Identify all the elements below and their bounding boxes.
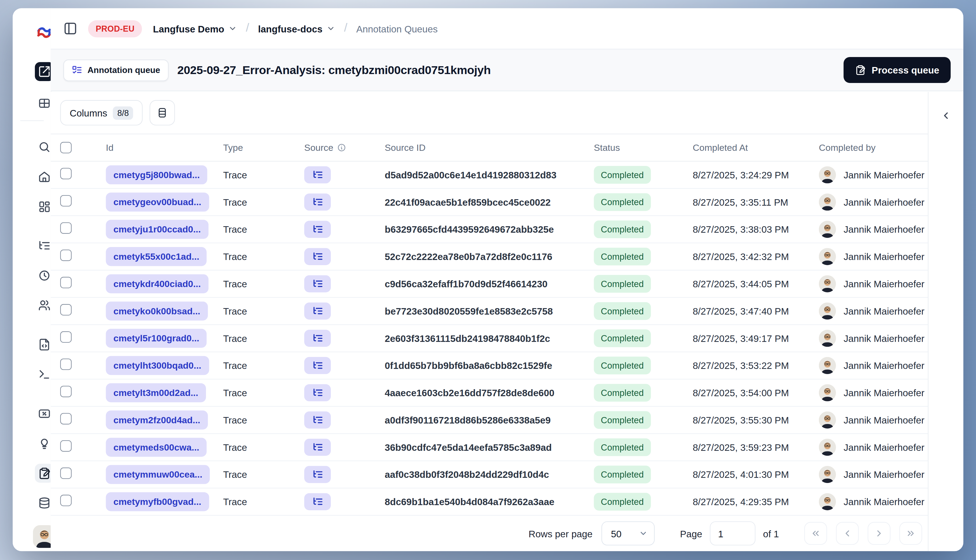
- table-row[interactable]: cmetyk55x00c1ad... Trace 52c72c2222ea78e…: [51, 243, 929, 270]
- source-trace-chip[interactable]: [304, 221, 330, 238]
- table-row[interactable]: cmetylt3m00d2ad... Trace 4aaece1603cb2e1…: [51, 380, 929, 407]
- source-trace-chip[interactable]: [304, 357, 330, 374]
- clock-icon: [38, 269, 51, 282]
- source-trace-chip[interactable]: [304, 493, 330, 510]
- list-tree-icon: [312, 442, 323, 453]
- row-checkbox[interactable]: [60, 250, 72, 263]
- next-page-button[interactable]: [868, 522, 890, 545]
- project-name: langfuse-docs: [258, 23, 322, 34]
- item-id-badge[interactable]: cmetyju1r00ccad0...: [106, 220, 208, 238]
- item-id-badge[interactable]: cmetyl5r100grad0...: [106, 328, 207, 348]
- breadcrumb-project[interactable]: langfuse-docs: [258, 23, 335, 34]
- status-badge: Completed: [594, 493, 651, 511]
- source-trace-chip[interactable]: [304, 302, 330, 320]
- chevrons-right-icon: [906, 528, 916, 538]
- columns-button[interactable]: Columns 8/8: [60, 100, 143, 125]
- queue-type-badge: Annotation queue: [63, 59, 169, 81]
- completed-at: 8/27/2025, 3:54:00 PM: [692, 387, 789, 398]
- main-area: PROD-EU Langfuse Demo / langfuse-docs / …: [51, 8, 964, 551]
- column-header-status: Status: [594, 142, 620, 153]
- select-all-checkbox[interactable]: [60, 142, 72, 153]
- desktop-background: PROD-EU Langfuse Demo / langfuse-docs / …: [0, 0, 976, 560]
- source-trace-chip[interactable]: [304, 166, 330, 183]
- table-row[interactable]: cmetyl5r100grad0... Trace 2e603f31361115…: [51, 325, 929, 352]
- chevron-left-icon: [842, 528, 853, 538]
- item-id-badge[interactable]: cmetymyfb00gvad...: [106, 492, 209, 511]
- table-row[interactable]: cmetymyfb00gvad... Trace 8dc69b1ba1e540b…: [51, 488, 929, 516]
- completed-by-name: Jannik Maierhoefer: [844, 469, 924, 480]
- item-id-badge[interactable]: cmetygeov00buad...: [106, 193, 209, 212]
- item-id-badge[interactable]: cmetykdr400ciad0...: [106, 274, 208, 293]
- table-body: cmetyg5j800bwad... Trace d5ad9d52a00c6e1…: [51, 162, 929, 516]
- row-checkbox[interactable]: [60, 277, 72, 291]
- breadcrumb-org[interactable]: Langfuse Demo: [153, 23, 237, 34]
- item-id-badge[interactable]: cmetyko0k00bsad...: [106, 302, 208, 320]
- row-checkbox[interactable]: [60, 468, 72, 482]
- previous-page-button[interactable]: [836, 522, 859, 545]
- item-id-badge[interactable]: cmetymmuw00cea...: [106, 465, 210, 484]
- item-type: Trace: [223, 415, 247, 425]
- row-checkbox[interactable]: [60, 386, 72, 400]
- status-badge: Completed: [594, 302, 651, 320]
- status-badge: Completed: [594, 166, 651, 184]
- panel-left-icon[interactable]: [63, 22, 77, 36]
- table-row[interactable]: cmetygeov00buad... Trace 22c41f09acae5b1…: [51, 188, 929, 216]
- home-icon: [38, 170, 51, 183]
- page-number-input[interactable]: 1: [710, 522, 756, 545]
- source-trace-chip[interactable]: [304, 193, 330, 210]
- source-trace-chip[interactable]: [304, 330, 330, 347]
- last-page-button[interactable]: [899, 522, 922, 545]
- source-trace-chip[interactable]: [304, 412, 330, 428]
- row-checkbox[interactable]: [60, 304, 72, 318]
- item-id-badge[interactable]: cmetylht300bqad0...: [106, 356, 209, 375]
- chevron-down-icon: [228, 24, 237, 33]
- item-id-badge[interactable]: cmetym2fz00d4ad...: [106, 410, 208, 430]
- process-queue-button[interactable]: Process queue: [844, 57, 951, 83]
- source-trace-chip[interactable]: [304, 438, 330, 456]
- content: Columns 8/8 Id Type Source: [51, 92, 964, 551]
- completed-by-name: Jannik Maierhoefer: [844, 333, 924, 344]
- row-checkbox[interactable]: [60, 222, 72, 237]
- row-checkbox[interactable]: [60, 195, 72, 209]
- source-trace-chip[interactable]: [304, 466, 330, 483]
- column-header-source: Source: [304, 142, 346, 153]
- table-row[interactable]: cmetyju1r00ccad0... Trace b63297665cfd44…: [51, 216, 929, 243]
- item-id-badge[interactable]: cmetylt3m00d2ad...: [106, 383, 206, 402]
- table-row[interactable]: cmetyko0k00bsad... Trace be7723e30d80205…: [51, 298, 929, 325]
- table-row[interactable]: cmetykdr400ciad0... Trace c9d56ca32efaff…: [51, 270, 929, 298]
- item-id-badge[interactable]: cmetyk55x00c1ad...: [106, 247, 207, 266]
- table-row[interactable]: cmetymmuw00cea... Trace aaf0c38db0f3f204…: [51, 461, 929, 488]
- columns-count-badge: 8/8: [113, 106, 133, 120]
- collapse-panel-button[interactable]: [936, 106, 955, 125]
- status-badge: Completed: [594, 220, 651, 238]
- row-height-button[interactable]: [150, 100, 175, 125]
- breadcrumb-divider: /: [246, 21, 249, 35]
- source-id: d5ad9d52a00c6e14e1d4192880312d83: [385, 170, 556, 180]
- completed-by-avatar: [819, 466, 836, 483]
- item-id-badge[interactable]: cmetymeds00cwa...: [106, 438, 207, 457]
- table-row[interactable]: cmetyg5j800bwad... Trace d5ad9d52a00c6e1…: [51, 162, 929, 189]
- langfuse-logo-icon[interactable]: [36, 25, 52, 40]
- completed-at: 8/27/2025, 3:38:03 PM: [692, 224, 789, 235]
- completed-by-name: Jannik Maierhoefer: [844, 278, 924, 289]
- item-type: Trace: [223, 442, 247, 453]
- completed-at: 8/27/2025, 4:01:30 PM: [692, 469, 789, 480]
- rows-per-page-select[interactable]: 50: [601, 522, 654, 545]
- row-checkbox[interactable]: [60, 168, 72, 182]
- completed-at: 8/27/2025, 3:47:40 PM: [692, 306, 789, 317]
- row-checkbox[interactable]: [60, 358, 72, 373]
- source-trace-chip[interactable]: [304, 384, 330, 402]
- table-row[interactable]: cmetylht300bqad0... Trace 0f1dd65b7bb9bf…: [51, 352, 929, 380]
- clipboard-pen-icon: [38, 467, 51, 480]
- row-checkbox[interactable]: [60, 332, 72, 345]
- first-page-button[interactable]: [804, 522, 827, 545]
- source-trace-chip[interactable]: [304, 248, 330, 265]
- info-icon[interactable]: [337, 143, 346, 152]
- table-row[interactable]: cmetymeds00cwa... Trace 36b90cdfc47e5da1…: [51, 434, 929, 462]
- row-checkbox[interactable]: [60, 413, 72, 427]
- item-id-badge[interactable]: cmetyg5j800bwad...: [106, 165, 207, 184]
- row-checkbox[interactable]: [60, 495, 72, 509]
- source-trace-chip[interactable]: [304, 275, 330, 292]
- row-checkbox[interactable]: [60, 440, 72, 454]
- table-row[interactable]: cmetym2fz00d4ad... Trace a0df3f901167218…: [51, 407, 929, 434]
